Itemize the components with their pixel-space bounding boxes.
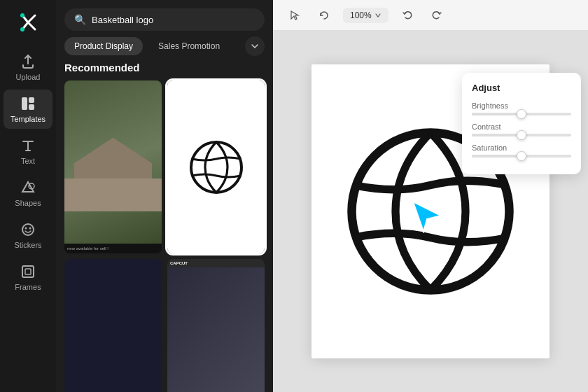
templates-panel: 🔍 Product Display Sales Promotion Recomm… xyxy=(56,0,273,392)
template-card-realestate[interactable]: new available for sell ! xyxy=(64,80,162,253)
sidebar-item-upload-label: Upload xyxy=(16,73,41,81)
brightness-slider[interactable] xyxy=(472,113,571,115)
svg-point-12 xyxy=(191,142,241,192)
svg-point-7 xyxy=(22,224,34,235)
sidebar-item-frames-label: Frames xyxy=(15,283,41,291)
filter-tab-product-display[interactable]: Product Display xyxy=(64,37,143,55)
adjust-title: Adjust xyxy=(472,83,571,93)
realestate-card-text: new available for sell ! xyxy=(67,246,159,251)
svg-rect-11 xyxy=(25,269,31,274)
template-card-business[interactable]: LOOKING FORNEW MEMBERS! Contact us xyxy=(64,259,162,392)
upload-icon xyxy=(20,53,36,70)
frames-icon xyxy=(20,263,36,280)
search-bar: 🔍 xyxy=(64,8,265,31)
contrast-row: Contrast xyxy=(472,122,571,136)
svg-point-8 xyxy=(25,227,27,230)
undo-button[interactable] xyxy=(397,5,418,26)
sidebar-item-shapes[interactable]: Shapes xyxy=(4,174,52,213)
template-card-capcut[interactable]: CAPCUT BECOME PART OF US.Are you ready f… xyxy=(167,259,265,392)
stickers-icon xyxy=(20,221,36,238)
brightness-row: Brightness xyxy=(472,102,571,115)
canvas-area: 100% xyxy=(273,0,588,392)
redo-button[interactable] xyxy=(426,5,447,26)
rotate-tool-button[interactable] xyxy=(314,5,335,26)
svg-rect-4 xyxy=(29,97,34,103)
saturation-row: Saturation xyxy=(472,144,571,158)
contrast-slider[interactable] xyxy=(472,134,571,136)
saturation-slider[interactable] xyxy=(472,155,571,158)
sidebar-item-frames[interactable]: Frames xyxy=(4,258,52,297)
cursor-arrow xyxy=(410,198,444,236)
sidebar-item-text-label: Text xyxy=(21,157,35,165)
search-icon: 🔍 xyxy=(74,14,86,25)
svg-rect-5 xyxy=(29,104,34,110)
sidebar-item-shapes-label: Shapes xyxy=(15,199,41,207)
template-card-basketball[interactable] xyxy=(167,80,265,253)
select-tool-button[interactable] xyxy=(284,5,305,26)
filter-tabs: Product Display Sales Promotion xyxy=(56,36,273,62)
templates-content: Recommended new available for sell ! xyxy=(56,62,273,392)
section-title: Recommended xyxy=(64,62,265,74)
sidebar: Upload Templates Text Shapes xyxy=(0,0,56,392)
sidebar-item-stickers[interactable]: Stickers xyxy=(4,216,52,255)
svg-rect-3 xyxy=(22,97,27,110)
sidebar-item-stickers-label: Stickers xyxy=(14,241,41,249)
adjust-panel: Adjust Brightness Contrast Saturation xyxy=(462,73,581,174)
svg-marker-14 xyxy=(413,202,441,232)
svg-point-2 xyxy=(20,27,24,31)
shapes-icon xyxy=(20,179,36,196)
template-grid: new available for sell ! LOOKING FORNEW … xyxy=(64,80,265,392)
svg-rect-10 xyxy=(22,266,34,277)
svg-point-9 xyxy=(29,227,31,230)
sidebar-item-upload[interactable]: Upload xyxy=(4,48,52,87)
sidebar-item-templates[interactable]: Templates xyxy=(4,90,52,129)
templates-icon xyxy=(20,95,36,112)
zoom-level: 100% xyxy=(350,10,372,20)
zoom-control[interactable]: 100% xyxy=(343,8,388,23)
app-logo xyxy=(14,8,42,36)
sidebar-item-text[interactable]: Text xyxy=(4,132,52,171)
capcut-label: CAPCUT xyxy=(167,259,265,267)
filter-dropdown-button[interactable] xyxy=(245,36,265,56)
canvas-content: Adjust Brightness Contrast Saturation xyxy=(273,31,588,392)
filter-tab-sales-promotion[interactable]: Sales Promotion xyxy=(148,37,230,55)
canvas-toolbar: 100% xyxy=(273,0,588,31)
text-icon xyxy=(20,137,36,154)
search-input[interactable] xyxy=(92,15,255,25)
sidebar-item-templates-label: Templates xyxy=(10,115,46,123)
svg-point-1 xyxy=(20,13,24,18)
